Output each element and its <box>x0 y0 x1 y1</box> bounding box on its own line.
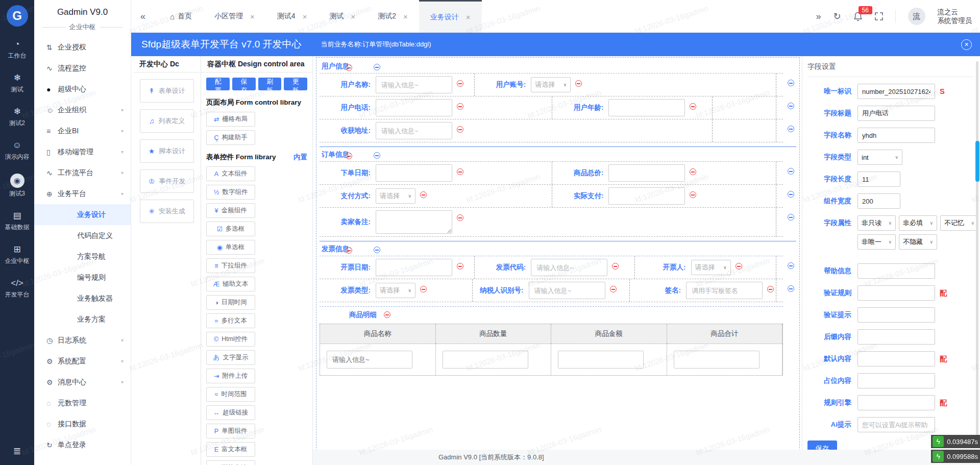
component-item[interactable]: ☑ 多选框 <box>206 222 255 236</box>
table-cell-input[interactable] <box>327 351 412 369</box>
field-input[interactable] <box>608 164 685 182</box>
component-item[interactable]: ⇥ 附件上传 <box>206 369 255 383</box>
component-item[interactable]: ½ 数字组件 <box>206 185 255 200</box>
sidebar-item[interactable]: ∿ 工作流平台 <box>34 162 131 183</box>
component-item[interactable]: ◉ 单选框 <box>206 240 255 255</box>
delete-row-icon[interactable] <box>374 64 380 70</box>
field-select[interactable]: 请选择∨ <box>376 188 415 204</box>
delete-field-icon[interactable] <box>457 103 463 110</box>
config-link[interactable]: 配 <box>940 398 947 408</box>
sidebar-item[interactable]: ▯ 移动端管理 <box>34 141 131 162</box>
app-logo-icon[interactable]: G <box>7 5 28 27</box>
attribute-select[interactable]: 不记忆∨ <box>940 215 978 231</box>
delete-row-icon[interactable] <box>788 262 794 269</box>
user-info[interactable]: 流之云 系统管理员 <box>938 8 972 25</box>
delete-section-icon[interactable] <box>346 153 352 159</box>
tab-close-icon[interactable]: × <box>466 13 471 21</box>
field-select[interactable]: 请选择∨ <box>376 283 415 298</box>
sidebar-item[interactable]: 业务触发器 <box>34 288 131 309</box>
settings-input[interactable] <box>857 193 900 209</box>
tab[interactable]: 测试4 × <box>266 0 318 33</box>
attribute-select[interactable]: 非只读∨ <box>857 215 896 231</box>
field-input[interactable] <box>608 99 685 116</box>
rail-item[interactable]: ☺ 演示内容 <box>0 140 34 161</box>
component-item[interactable]: © Html控件 <box>206 332 255 347</box>
sidebar-item[interactable]: ⊕ 业务平台 <box>34 183 131 204</box>
tab[interactable]: ⌂ 首页 <box>159 0 203 33</box>
settings-input[interactable] <box>857 329 935 345</box>
delete-field-icon[interactable] <box>575 80 582 87</box>
delete-row-icon[interactable] <box>788 285 794 292</box>
settings-input[interactable] <box>857 285 935 301</box>
sidebar-item[interactable]: ◌ 元数管理 <box>34 393 131 413</box>
sidebar-item[interactable]: ⚙ 系统配置 <box>34 351 131 372</box>
delete-row-icon[interactable] <box>788 103 794 109</box>
settings-input[interactable] <box>857 351 935 366</box>
field-input[interactable] <box>529 282 605 299</box>
table-cell-input[interactable] <box>674 351 760 369</box>
layout-item[interactable]: Ç 构建助手 <box>206 130 255 145</box>
attribute-select[interactable]: 非必填∨ <box>899 215 937 231</box>
delete-field-icon[interactable] <box>457 126 463 133</box>
tab[interactable]: 小区管理 × <box>203 0 266 33</box>
delete-section-icon[interactable] <box>346 247 352 254</box>
field-input[interactable] <box>376 164 452 182</box>
settings-input[interactable] <box>857 84 935 99</box>
sidebar-item[interactable]: ◌ 接口数据 <box>34 413 131 434</box>
component-item[interactable]: あ 文字显示 <box>206 350 255 365</box>
dev-center-button[interactable]: ★ 脚本设计 <box>140 139 194 163</box>
component-item[interactable]: ↔ 超级链接 <box>206 405 255 420</box>
delete-row-icon[interactable] <box>788 126 794 132</box>
table-cell-input[interactable] <box>558 351 644 369</box>
rail-item[interactable]: ⊞ 企业中枢 <box>0 244 34 265</box>
layout-item[interactable]: ⇄ 栅格布局 <box>206 112 255 127</box>
config-link[interactable]: S <box>940 87 945 95</box>
attribute-select[interactable]: 不隐藏∨ <box>899 234 937 250</box>
tab-close-icon[interactable]: × <box>250 12 255 21</box>
component-item[interactable]: ≡ 下拉组件 <box>206 258 255 273</box>
sidebar-item[interactable]: ⇅ 企业授权 <box>34 37 131 58</box>
tab[interactable]: 业务设计 × <box>419 0 482 33</box>
settings-input[interactable] <box>857 395 935 410</box>
rail-item[interactable]: ▤ 基础数据 <box>0 210 34 232</box>
attribute-select[interactable]: 非唯一∨ <box>857 234 896 250</box>
settings-select[interactable]: int∨ <box>857 150 902 165</box>
sidebar-item[interactable]: 编号规则 <box>34 267 131 288</box>
dev-center-button[interactable]: ✳ 安装生成 <box>140 200 194 223</box>
delete-row-icon[interactable] <box>374 247 380 253</box>
delete-field-icon[interactable] <box>457 80 463 87</box>
config-link[interactable]: 配 <box>940 354 947 364</box>
component-item[interactable]: ≈ 时间范围 <box>206 387 255 402</box>
settings-input[interactable] <box>857 263 935 279</box>
tab[interactable]: 测试2 × <box>366 0 419 33</box>
panel-scrollbar[interactable] <box>976 61 978 445</box>
field-select[interactable]: 请选择∨ <box>691 260 731 275</box>
delete-field-icon[interactable] <box>457 168 463 175</box>
sidebar-item[interactable]: ≡ 企业BI <box>34 120 131 141</box>
delete-field-icon[interactable] <box>690 103 696 110</box>
sidebar-item[interactable]: ⚙ 消息中心 <box>34 372 131 393</box>
dev-center-button[interactable]: ♔ 事件开发 <box>140 169 194 193</box>
tabs-collapse-icon[interactable]: « <box>140 11 145 22</box>
delete-field-icon[interactable] <box>610 286 617 292</box>
notification-bell-icon[interactable]: 56 <box>853 12 863 21</box>
field-textarea[interactable] <box>376 210 452 234</box>
user-avatar[interactable]: 流 <box>908 8 925 25</box>
delete-field-icon[interactable] <box>457 214 463 221</box>
delete-row-icon[interactable] <box>788 80 794 86</box>
component-item[interactable]: E 富文本框 <box>206 442 255 457</box>
refresh-icon[interactable]: ↻ <box>833 11 841 22</box>
component-item[interactable]: P 单图组件 <box>206 424 255 438</box>
sidebar-item[interactable]: ● 超级中心 <box>34 79 131 100</box>
field-input[interactable] <box>376 76 452 93</box>
page-scrollbar-thumb[interactable] <box>975 141 979 182</box>
settings-input[interactable] <box>857 128 935 143</box>
sidebar-item[interactable]: ↻ 单点登录 <box>34 434 131 455</box>
designer-close-icon[interactable]: ✕ <box>961 39 972 50</box>
sidebar-item[interactable]: ◷ 日志系统 <box>34 330 131 351</box>
dev-center-button[interactable]: ♫ 列表定义 <box>140 109 194 133</box>
component-item[interactable]: = 多行文本 <box>206 313 255 328</box>
rail-item[interactable]: ❄ 测试 <box>0 72 34 94</box>
delete-field-icon[interactable] <box>767 286 774 292</box>
field-input[interactable] <box>376 122 452 139</box>
